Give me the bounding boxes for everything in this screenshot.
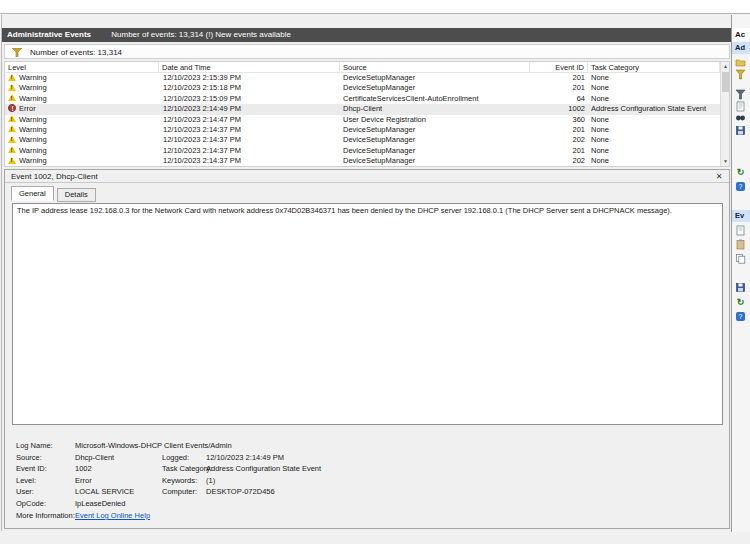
level-cell: Warning bbox=[8, 156, 158, 166]
level-icon bbox=[8, 74, 16, 81]
column-header-date[interactable]: Date and Time bbox=[159, 62, 340, 73]
event-rows: Warning 12/10/2023 2:15:39 PM DeviceSetu… bbox=[5, 73, 729, 167]
create-custom-view-icon[interactable] bbox=[735, 69, 746, 80]
view-title-bar: Administrative Events Number of events: … bbox=[2, 28, 732, 42]
event-row[interactable]: Error 12/10/2023 2:14:49 PM Dhcp-Client … bbox=[5, 104, 729, 114]
computer-label: Computer: bbox=[162, 486, 197, 497]
source-cell: DeviceSetupManager bbox=[343, 146, 529, 156]
attach-task-icon[interactable] bbox=[735, 239, 746, 250]
level-cell: Error bbox=[8, 104, 158, 114]
task-category-value: Address Configuration State Event bbox=[206, 463, 321, 474]
view-subtitle: Number of events: 13,314 (!) New events … bbox=[111, 30, 291, 39]
taskcategory-cell: None bbox=[591, 115, 719, 125]
taskcategory-cell: None bbox=[591, 146, 719, 156]
actions-section-event-1002[interactable]: Ev bbox=[732, 210, 750, 222]
level-text: Warning bbox=[19, 83, 47, 92]
scrollbar-thumb[interactable] bbox=[722, 72, 729, 92]
keywords-value: (1) bbox=[206, 475, 215, 486]
event-row[interactable]: Warning 12/10/2023 2:14:47 PM User Devic… bbox=[5, 115, 729, 125]
help-icon[interactable]: ? bbox=[735, 181, 746, 192]
level-cell: Warning bbox=[8, 83, 158, 93]
level-cell: Warning bbox=[8, 73, 158, 83]
source-cell: CertificateServicesClient-AutoEnrollment bbox=[343, 94, 529, 104]
event-log-online-help-link[interactable]: Event Log Online Help bbox=[75, 510, 150, 521]
level-text: Warning bbox=[19, 146, 47, 155]
tab-general[interactable]: General bbox=[11, 186, 54, 201]
level-text: Error bbox=[19, 104, 36, 113]
eventid-cell: 202 bbox=[530, 156, 585, 166]
event-properties-icon[interactable] bbox=[735, 225, 746, 236]
computer-value: DESKTOP-072D456 bbox=[206, 486, 275, 497]
opcode-label: OpCode: bbox=[16, 498, 46, 509]
keywords-label: Keywords: bbox=[162, 475, 197, 486]
datetime-cell: 12/10/2023 2:14:49 PM bbox=[163, 104, 339, 114]
level-text: Warning bbox=[19, 156, 47, 165]
taskcategory-cell: None bbox=[591, 125, 719, 135]
taskcategory-cell: None bbox=[591, 83, 719, 93]
level-icon bbox=[8, 157, 16, 164]
column-header-eventid[interactable]: Event ID bbox=[530, 62, 588, 73]
bottom-strip bbox=[0, 532, 750, 544]
column-header-taskcategory[interactable]: Task Category bbox=[588, 62, 720, 73]
find-icon[interactable] bbox=[735, 113, 746, 124]
level-text: Warning bbox=[19, 94, 47, 103]
logged-label: Logged: bbox=[162, 452, 189, 463]
event-row[interactable]: Warning 12/10/2023 2:14:37 PM DeviceSetu… bbox=[5, 156, 729, 166]
logged-value: 12/10/2023 2:14:49 PM bbox=[206, 452, 284, 463]
top-strip bbox=[0, 0, 750, 14]
opcode-value: IpLeaseDenied bbox=[75, 498, 125, 509]
event-row[interactable]: Warning 12/10/2023 2:15:09 PM Certificat… bbox=[5, 94, 729, 104]
eventid-cell: 64 bbox=[530, 94, 585, 104]
column-header-level[interactable]: Level bbox=[5, 62, 159, 73]
datetime-cell: 12/10/2023 2:14:37 PM bbox=[163, 125, 339, 135]
source-value: Dhcp-Client bbox=[75, 452, 114, 463]
filter-summary-bar[interactable]: Number of events: 13,314 bbox=[4, 44, 730, 59]
refresh-icon[interactable]: ↻ bbox=[735, 167, 746, 178]
task-category-label: Task Category: bbox=[162, 463, 212, 474]
level-text: Warning bbox=[19, 135, 47, 144]
event-row[interactable]: Warning 12/10/2023 2:14:37 PM DeviceSetu… bbox=[5, 135, 729, 145]
view-title: Administrative Events bbox=[7, 30, 91, 39]
event-properties: Log Name: Microsoft-Windows-DHCP Client … bbox=[5, 170, 731, 530]
eventid-cell: 201 bbox=[530, 73, 585, 83]
event-row[interactable]: Warning 12/10/2023 2:14:37 PM DeviceSetu… bbox=[5, 146, 729, 156]
event-list: Level Date and Time Source Event ID Task… bbox=[4, 61, 730, 167]
refresh-event-icon[interactable]: ↻ bbox=[735, 297, 746, 308]
column-header-source[interactable]: Source bbox=[340, 62, 530, 73]
actions-section-administrative-events[interactable]: Ad bbox=[732, 42, 750, 54]
datetime-cell: 12/10/2023 2:15:39 PM bbox=[163, 73, 339, 83]
user-label: User: bbox=[16, 486, 34, 497]
help-event-icon[interactable]: ? bbox=[735, 311, 746, 322]
properties-icon[interactable] bbox=[735, 101, 746, 112]
event-list-header: Level Date and Time Source Event ID Task… bbox=[5, 62, 729, 73]
scroll-down-icon[interactable]: ▼ bbox=[721, 157, 730, 166]
filter-current-view-icon[interactable] bbox=[735, 89, 746, 100]
scroll-up-icon[interactable]: ▲ bbox=[721, 62, 730, 71]
level-icon bbox=[8, 136, 16, 143]
datetime-cell: 12/10/2023 2:15:18 PM bbox=[163, 83, 339, 93]
event-row[interactable]: Warning 12/10/2023 2:14:37 PM DeviceSetu… bbox=[5, 125, 729, 135]
source-cell: DeviceSetupManager bbox=[343, 135, 529, 145]
event-id-value: 1002 bbox=[75, 463, 92, 474]
actions-pane-title: Ac bbox=[734, 28, 750, 41]
eventid-cell: 1002 bbox=[530, 104, 585, 114]
save-selected-events-icon[interactable] bbox=[735, 282, 746, 293]
source-cell: DeviceSetupManager bbox=[343, 73, 529, 83]
source-cell: DeviceSetupManager bbox=[343, 83, 529, 93]
event-list-scrollbar[interactable]: ▲ ▼ bbox=[720, 62, 729, 166]
source-cell: DeviceSetupManager bbox=[343, 156, 529, 166]
taskcategory-cell: None bbox=[591, 156, 719, 166]
event-row[interactable]: Warning 12/10/2023 2:15:18 PM DeviceSetu… bbox=[5, 83, 729, 93]
open-saved-log-icon[interactable] bbox=[735, 57, 746, 68]
events-console-panel: Administrative Events Number of events: … bbox=[1, 15, 731, 531]
event-row[interactable]: Warning 12/10/2023 2:15:39 PM DeviceSetu… bbox=[5, 73, 729, 83]
taskcategory-cell: Address Configuration State Event bbox=[591, 104, 719, 114]
event-detail-pane: Event 1002, Dhcp-Client ✕ General Detail… bbox=[4, 169, 730, 529]
datetime-cell: 12/10/2023 2:14:47 PM bbox=[163, 115, 339, 125]
level-value: Error bbox=[75, 475, 92, 486]
level-icon bbox=[8, 104, 16, 112]
log-name-value: Microsoft-Windows-DHCP Client Events/Adm… bbox=[75, 440, 232, 451]
source-cell: User Device Registration bbox=[343, 115, 529, 125]
copy-icon[interactable] bbox=[735, 253, 746, 264]
save-events-icon[interactable] bbox=[735, 125, 746, 136]
